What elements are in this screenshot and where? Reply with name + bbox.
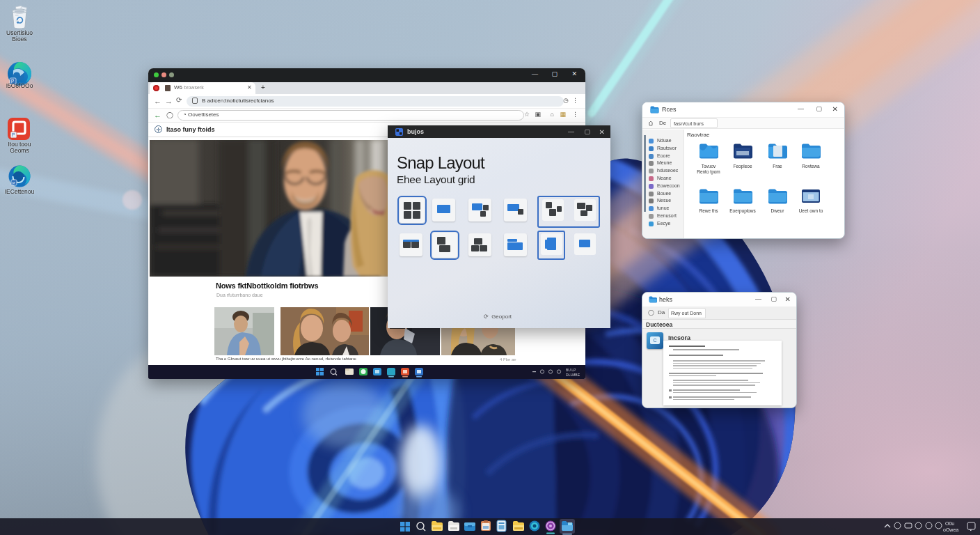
- svg-text:P: P: [12, 132, 15, 137]
- svg-text:DLLMBE: DLLMBE: [566, 373, 580, 377]
- svg-text:O0u: O0u: [945, 521, 954, 526]
- svg-text:oOwea: oOwea: [943, 527, 958, 532]
- svg-text:BU LP: BU LP: [566, 368, 576, 372]
- svg-text:P: P: [13, 181, 15, 185]
